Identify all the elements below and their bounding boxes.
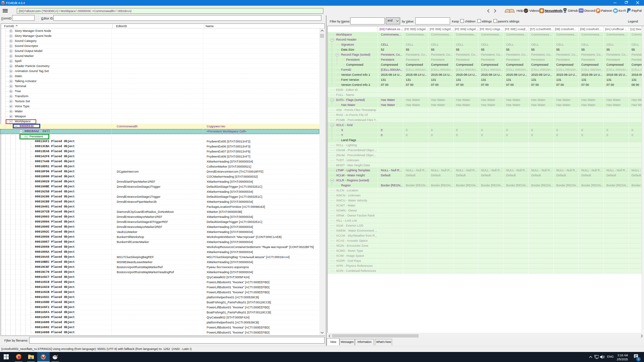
svg-text:GP: GP (524, 10, 528, 12)
